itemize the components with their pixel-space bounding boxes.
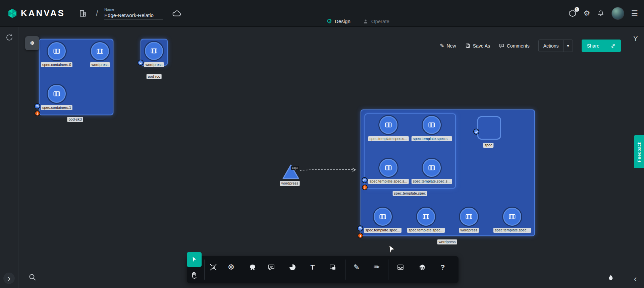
share-button[interactable]: Share (582, 40, 605, 52)
container-node[interactable] (379, 116, 397, 134)
shapes-tool-button[interactable] (247, 262, 258, 273)
container-node[interactable] (417, 208, 435, 226)
container-icon (52, 89, 61, 98)
settings-gear-icon[interactable]: ⚙ (584, 9, 590, 18)
edge-label: edge (291, 166, 299, 170)
container-icon (96, 47, 104, 56)
container-node[interactable] (423, 159, 441, 177)
operate-tab-icon (363, 18, 369, 24)
collab-presence-icon[interactable]: Y (631, 33, 641, 44)
caret-down-icon[interactable]: ▾ (564, 44, 573, 48)
meshery-logo-icon (288, 263, 297, 271)
expand-panel-chevron-icon[interactable]: › (3, 273, 15, 284)
connection-edge[interactable] (298, 166, 360, 173)
comments-button[interactable]: Comments (499, 43, 530, 49)
kubernetes-icon: ☸ (227, 263, 235, 272)
group-spec-template-spec[interactable] (365, 114, 456, 189)
import-drawer-button[interactable] (395, 262, 406, 273)
frame-tool-button[interactable] (327, 262, 338, 273)
help-button[interactable]: ? (437, 262, 448, 273)
history-sync-icon[interactable] (5, 33, 14, 42)
sketch-tool-button[interactable]: ✏ (371, 262, 382, 273)
cloud-sync-icon (172, 8, 182, 18)
zoom-search-icon[interactable] (25, 270, 39, 284)
comment-tool-button[interactable] (266, 262, 277, 273)
container-node[interactable] (423, 116, 441, 134)
node-label: spec.containers.1 (41, 105, 72, 110)
save-icon (465, 43, 471, 49)
node-label: spec (483, 143, 493, 148)
ink-drop-icon[interactable] (603, 270, 618, 285)
group-label: pod-rcc (147, 74, 162, 79)
frame-shapes-icon (329, 263, 337, 271)
design-name-input[interactable]: Edge-Network-Relatio (104, 12, 163, 19)
text-tool-button[interactable]: T (307, 262, 318, 273)
organization-icon[interactable] (78, 9, 87, 18)
annotate-tool-button[interactable]: ✎ (351, 262, 362, 273)
tool-dock: ☸ T ✎ ✏ (187, 256, 459, 283)
spec-node[interactable] (477, 116, 501, 140)
container-icon (508, 212, 517, 221)
component-icon (209, 263, 217, 271)
select-tool-button[interactable] (187, 252, 202, 267)
brand-name: KANVAS (21, 8, 65, 18)
node-label: wordpress (144, 62, 164, 67)
pen-icon: ✏ (374, 263, 380, 272)
hamburger-menu-icon[interactable]: ☰ (631, 9, 638, 18)
components-tool-button[interactable] (208, 262, 219, 273)
design-tab-icon: ⚙ (326, 17, 332, 25)
container-node[interactable] (48, 85, 66, 103)
left-rail (0, 27, 18, 288)
container-node[interactable] (460, 208, 478, 226)
notifications-bell-icon[interactable] (597, 9, 605, 17)
node-kind-badge-icon (473, 129, 479, 135)
pencil-edit-icon: ✎ (354, 263, 360, 272)
pan-tool-button[interactable] (189, 270, 200, 281)
container-node[interactable] (379, 159, 397, 177)
layers-panel-button[interactable] (417, 262, 428, 273)
container-node[interactable] (48, 42, 66, 60)
group-kind-badge-icon (34, 103, 40, 109)
tab-operate[interactable]: Operate (363, 18, 389, 24)
group-kind-badge-icon (362, 177, 368, 183)
comment-icon (499, 43, 504, 49)
group-kind-badge-icon (357, 225, 363, 231)
actions-label: Actions (539, 43, 564, 49)
container-node[interactable] (503, 208, 521, 226)
mouse-cursor (388, 244, 397, 255)
node-label: wordpress (459, 228, 479, 233)
container-icon (465, 212, 473, 221)
container-node[interactable] (145, 42, 163, 60)
operate-tab-label: Operate (371, 18, 389, 24)
shapes-icon (249, 263, 257, 271)
meshery-tool-button[interactable] (287, 262, 298, 273)
container-node[interactable] (374, 208, 392, 226)
extensions-hexagon-icon[interactable]: 1 (568, 9, 577, 18)
copy-link-button[interactable] (605, 40, 621, 52)
container-icon (384, 121, 393, 129)
node-label: spec.template.spec.s... (368, 136, 409, 141)
node-label: wordpress (90, 62, 110, 67)
kubernetes-context-button[interactable]: ❄ (25, 36, 39, 50)
container-icon (378, 212, 387, 221)
breadcrumb-separator: / (96, 8, 98, 18)
node-label: spec.template.spec... (407, 228, 445, 233)
container-node[interactable] (91, 42, 109, 60)
node-label: wordpress (280, 181, 300, 186)
tab-design[interactable]: ⚙ Design (326, 17, 351, 25)
container-icon (150, 47, 158, 55)
layers-icon (418, 263, 426, 271)
dock-divider (204, 260, 205, 280)
new-design-button[interactable]: ✎ New (440, 43, 456, 49)
feedback-tab[interactable]: Feedback (634, 135, 644, 168)
kubernetes-tool-button[interactable]: ☸ (225, 262, 237, 273)
comment-bubble-icon (267, 263, 275, 271)
cursor-icon (191, 256, 198, 263)
save-as-button[interactable]: Save As (465, 43, 490, 49)
actions-split-button[interactable]: Actions ▾ (538, 40, 573, 52)
design-tab-label: Design (335, 18, 351, 24)
user-avatar[interactable] (611, 7, 624, 20)
node-label: spec.template.spec.s... (412, 179, 452, 184)
group-kind-badge-icon (138, 60, 144, 66)
collapse-panel-chevron-icon[interactable]: ‹ (630, 273, 641, 284)
